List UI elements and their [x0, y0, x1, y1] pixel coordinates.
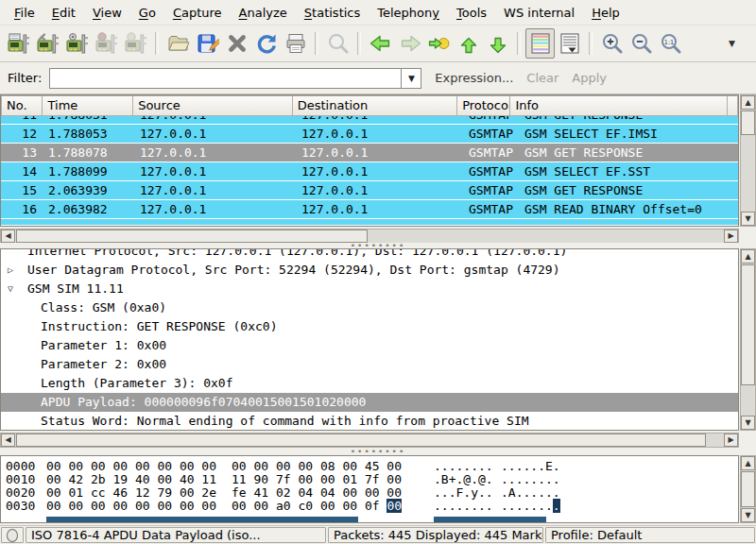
scroll-down-arrow-icon[interactable]: ▼	[741, 416, 755, 430]
detail-row[interactable]: ▽GSM SIM 11.11	[1, 280, 738, 298]
filter-input[interactable]	[49, 68, 401, 89]
menu-edit[interactable]: Edit	[43, 2, 84, 24]
scroll-down-arrow-icon[interactable]: ▼	[741, 212, 755, 226]
filter-label[interactable]: Filter:	[8, 71, 42, 85]
detail-row[interactable]: Class: GSM (0xa0)	[1, 298, 738, 317]
detail-row[interactable]: APDU Payload: 000000096f0704001500150102…	[1, 393, 738, 412]
filter-dropdown-button[interactable]: ▼	[401, 68, 421, 89]
hex-offset: 0020	[6, 486, 35, 500]
autoscroll-button[interactable]	[555, 28, 584, 59]
menu-tools[interactable]: Tools	[448, 2, 495, 24]
svg-text:1:1: 1:1	[663, 39, 673, 46]
packet-list-header: No.TimeSourceDestinationProtocolInfo	[1, 95, 738, 116]
menu-help[interactable]: Help	[583, 2, 628, 24]
scroll-thumb[interactable]	[741, 471, 755, 507]
print-button[interactable]	[281, 28, 310, 59]
capture-stop-icon	[95, 32, 118, 55]
menu-ws-internal[interactable]: WS internal	[495, 2, 583, 24]
column-header-source[interactable]: Source	[133, 95, 293, 116]
menu-go[interactable]: Go	[130, 2, 164, 24]
detail-text: Status Word: Normal ending of command wi…	[41, 412, 529, 431]
cell-protocol: GSMTAP	[464, 164, 513, 178]
column-header-protocol[interactable]: Protocol	[457, 95, 510, 116]
scroll-thumb[interactable]	[16, 230, 368, 243]
detail-row[interactable]: ▷User Datagram Protocol, Src Port: 52294…	[1, 261, 738, 280]
detail-row[interactable]: Parameter 2: 0x00	[1, 355, 738, 374]
close-file-button[interactable]	[222, 28, 251, 59]
filter-expression-button[interactable]: Expression...	[435, 71, 513, 85]
status-profile[interactable]: Profile: Default	[545, 527, 755, 543]
scroll-up-arrow-icon[interactable]: ▲	[741, 95, 755, 110]
cell-protocol: GSMTAP	[464, 145, 513, 160]
colorize-button[interactable]	[525, 28, 555, 59]
scroll-up-arrow-icon[interactable]: ▲	[741, 456, 755, 470]
hex-row-0020[interactable]: 002000 01 cc 46 12 79 00 2efe 41 02 04 0…	[1, 486, 738, 500]
cell-info: GSM READ BINARY Offset=0	[520, 202, 702, 216]
expander-open-icon[interactable]: ▽	[8, 280, 21, 298]
column-header-no[interactable]: No.	[1, 95, 43, 116]
zoom-100-button[interactable]: 1:1	[656, 28, 685, 59]
cell-time: 1.788053	[43, 127, 108, 141]
zoom-in-button[interactable]	[597, 28, 627, 59]
packet-list-vscrollbar[interactable]: ▲ ▼	[740, 94, 756, 227]
scroll-down-arrow-icon[interactable]: ▼	[741, 508, 755, 522]
expander-closed-icon[interactable]: ▷	[8, 261, 21, 280]
cell-info: GSM SELECT EF.SST	[520, 164, 650, 178]
packet-row-14[interactable]: 141.788099127.0.0.1127.0.0.1GSMTAPGSM SE…	[1, 162, 738, 180]
zoom-100-icon: 1:1	[660, 32, 682, 55]
zoom-out-button[interactable]	[627, 28, 656, 59]
ascii-bytes: ........	[501, 500, 560, 513]
menu-telephony[interactable]: Telephony	[369, 2, 448, 24]
reload-button[interactable]	[251, 28, 281, 59]
hex-row-0010[interactable]: 001000 42 2b 19 40 00 40 1111 90 7f 00 0…	[1, 473, 738, 486]
menu-file[interactable]: File	[6, 2, 43, 24]
menu-view[interactable]: View	[84, 2, 130, 24]
packet-row-11[interactable]: 111.788031127.0.0.1127.0.0.1GSMTAPGSM GE…	[1, 116, 738, 124]
detail-row[interactable]: Status Word: Normal ending of command wi…	[1, 412, 738, 431]
scroll-up-arrow-icon[interactable]: ▲	[741, 249, 755, 264]
column-header-time[interactable]: Time	[43, 95, 133, 116]
menu-statistics[interactable]: Statistics	[296, 2, 369, 24]
details-hscrollbar[interactable]: ◀ ▶	[0, 433, 739, 448]
save-file-button[interactable]	[193, 28, 222, 59]
hex-vscrollbar[interactable]: ▲ ▼	[740, 455, 756, 523]
capture-start-button[interactable]	[62, 28, 92, 59]
open-file-button[interactable]	[163, 28, 193, 59]
capture-options-button[interactable]	[33, 28, 62, 59]
packet-row-13[interactable]: 131.788078127.0.0.1127.0.0.1GSMTAPGSM GE…	[1, 144, 738, 162]
detail-row[interactable]: Parameter 1: 0x00	[1, 336, 738, 355]
pane-splitter[interactable]: ••••••••	[0, 449, 756, 454]
scroll-thumb[interactable]	[741, 110, 755, 135]
menu-capture[interactable]: Capture	[164, 2, 231, 24]
scroll-left-arrow-icon[interactable]: ◀	[1, 230, 15, 243]
go-bottom-button[interactable]	[483, 28, 512, 59]
detail-row[interactable]: Instruction: GET RESPONSE (0xc0)	[1, 317, 738, 336]
scroll-thumb[interactable]	[16, 434, 706, 447]
column-header-info[interactable]: Info	[510, 95, 728, 116]
scroll-left-arrow-icon[interactable]: ◀	[1, 434, 15, 447]
packet-row-15[interactable]: 152.063939127.0.0.1127.0.0.1GSMTAPGSM GE…	[1, 181, 738, 199]
hex-row-0030[interactable]: 003000 00 00 00 00 00 00 0000 00 a0 c0 0…	[1, 500, 738, 513]
list-interfaces-button[interactable]	[4, 28, 33, 59]
toolbar-separator	[357, 32, 361, 55]
detail-row[interactable]: Length (Parameter 3): 0x0f	[1, 374, 738, 393]
scroll-right-arrow-icon[interactable]: ▶	[724, 230, 738, 243]
go-to-packet-button[interactable]	[424, 28, 454, 59]
ascii-bytes: .A......	[501, 486, 560, 500]
expert-info-button[interactable]	[1, 527, 24, 543]
go-top-button[interactable]	[454, 28, 483, 59]
scroll-right-arrow-icon[interactable]: ▶	[724, 434, 738, 447]
column-header-destination[interactable]: Destination	[293, 95, 457, 116]
go-back-button[interactable]	[366, 28, 395, 59]
detail-row[interactable]: Internet Protocol, Src: 127.0.0.1 (127.0…	[1, 249, 738, 261]
toolbar-overflow-button[interactable]: ▼	[717, 28, 747, 59]
scroll-thumb[interactable]	[741, 264, 755, 385]
menu-analyze[interactable]: Analyze	[231, 2, 296, 24]
hex-row-0000[interactable]: 000000 00 00 00 00 00 00 0000 00 00 00 0…	[1, 460, 738, 473]
details-vscrollbar[interactable]: ▲ ▼	[740, 248, 756, 431]
packet-row-clipped[interactable]: 111.788031127.0.0.1127.0.0.1GSMTAPGSM GE…	[1, 116, 738, 124]
packet-row-12[interactable]: 121.788053127.0.0.1127.0.0.1GSMTAPGSM SE…	[1, 125, 738, 143]
ascii-bytes: .B+.@.@.	[434, 473, 493, 486]
cell-time: 2.063939	[43, 183, 108, 197]
packet-row-16[interactable]: 162.063982127.0.0.1127.0.0.1GSMTAPGSM RE…	[1, 200, 738, 218]
